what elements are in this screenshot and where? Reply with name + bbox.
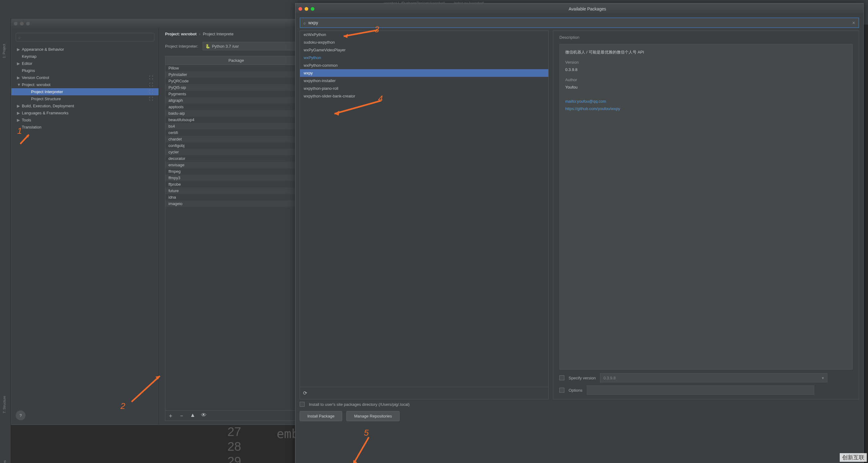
install-package-button[interactable]: Install Package (300, 411, 342, 421)
search-result-wxpython-piano-roll[interactable]: wxpython-piano-roll (300, 85, 548, 92)
description-label: Description (559, 35, 852, 40)
ide-left-gutter: 1: Project 7: Structure 2: Favorites (0, 19, 11, 463)
remove-package-button[interactable]: － (179, 412, 184, 419)
package-summary: 微信机器人 / 可能是最优雅的微信个人号 API (565, 49, 847, 56)
settings-tree-editor[interactable]: ▶Editor (11, 60, 159, 67)
search-icon: ⌕ (303, 21, 306, 25)
package-row[interactable]: envisage (165, 162, 307, 168)
options-input[interactable] (587, 385, 814, 395)
settings-tree-languages-frameworks[interactable]: ▶Languages & Frameworks (11, 110, 159, 117)
sidebar-tab-project[interactable]: 1: Project (2, 44, 6, 58)
settings-tree-project-interpreter[interactable]: Project Interpreter⛶ (11, 88, 159, 95)
specify-version-label: Specify version (569, 376, 596, 380)
package-row[interactable]: beautifulsoup4 (165, 117, 307, 123)
settings-tree-translation[interactable]: Translation (11, 124, 159, 131)
manage-repositories-button[interactable]: Manage Repositories (346, 411, 400, 421)
config-scope-icon: ⛶ (149, 89, 153, 94)
config-scope-icon: ⛶ (149, 75, 153, 80)
search-result-wxpy[interactable]: wxpy (300, 69, 548, 77)
package-row[interactable]: ffmpeg (165, 168, 307, 175)
breadcrumb: Project: wxrobot›Project Interprete (165, 32, 307, 36)
package-row[interactable]: altgraph (165, 97, 307, 103)
available-packages-dialog: Available Packages ⌕ ✕ ezWxPythonsudoku-… (295, 3, 864, 463)
package-row[interactable]: PyQt5-sip (165, 84, 307, 91)
homepage-link[interactable]: https://github.com/youfou/wxpy (565, 105, 847, 112)
package-row[interactable]: Pygments (165, 91, 307, 97)
search-result-wxpython[interactable]: wxPython (300, 54, 548, 61)
options-label: Options (569, 388, 583, 393)
settings-titlebar (11, 19, 313, 28)
search-result-sudoku-wxpython[interactable]: sudoku-wxpython (300, 38, 548, 46)
package-row[interactable]: baidu-aip (165, 110, 307, 117)
upgrade-package-button[interactable]: ▲ (190, 412, 195, 419)
package-description-panel: Description 微信机器人 / 可能是最优雅的微信个人号 API Ver… (553, 30, 859, 399)
package-column-header[interactable]: Package (165, 56, 307, 65)
package-row[interactable]: configobj (165, 142, 307, 149)
package-row[interactable]: PyQRCode (165, 78, 307, 84)
sidebar-tab-structure[interactable]: 7: Structure (2, 396, 6, 413)
description-body: 微信机器人 / 可能是最优雅的微信个人号 API Version 0.3.9.8… (559, 44, 852, 370)
traffic-lights[interactable] (299, 7, 314, 11)
settings-tree-build-execution-deployment[interactable]: ▶Build, Execution, Deployment (11, 102, 159, 110)
search-icon: ⌕ (19, 35, 21, 40)
package-row[interactable]: PyInstaller (165, 71, 307, 78)
package-row[interactable]: apptools (165, 103, 307, 110)
mailto-link[interactable]: mailto:youfou@qq.com (565, 98, 847, 105)
package-row[interactable]: future (165, 188, 307, 194)
package-row[interactable]: decorator (165, 155, 307, 162)
add-package-button[interactable]: ＋ (168, 412, 173, 419)
package-toolbar: ＋ － ▲ 👁 (165, 410, 307, 421)
settings-tree-tools[interactable]: ▶Tools (11, 117, 159, 124)
settings-dialog: ⌕ ▶Appearance & BehaviorKeymap▶EditorPlu… (11, 19, 314, 425)
package-search-input[interactable]: ⌕ ✕ (300, 18, 859, 28)
search-results-list: ezWxPythonsudoku-wxpythonwxPyGameVideoPl… (300, 30, 549, 399)
clear-search-icon[interactable]: ✕ (852, 21, 856, 25)
search-result-wxpygamevideoplayer[interactable]: wxPyGameVideoPlayer (300, 46, 548, 54)
refresh-icon[interactable]: ⟳ (303, 391, 307, 396)
traffic-lights[interactable] (14, 22, 30, 26)
settings-tree-version-control[interactable]: ▶Version Control⛶ (11, 74, 159, 81)
sidebar-tab-favorites[interactable]: 2: Favorites (3, 460, 6, 463)
python-icon: 🐍 (205, 44, 210, 49)
package-row[interactable]: ffprobe (165, 181, 307, 188)
packages-titlebar: Available Packages (296, 3, 863, 14)
package-table: Package PillowPyInstallerPyQRCodePyQt5-s… (165, 56, 307, 421)
settings-main-panel: Project: wxrobot›Project Interprete Proj… (159, 28, 313, 425)
package-row[interactable]: cycler (165, 149, 307, 155)
package-row[interactable]: idna (165, 194, 307, 200)
settings-search-input[interactable]: ⌕ (16, 33, 154, 41)
search-result-wxpython-installer[interactable]: wxpython-installer (300, 77, 548, 85)
package-row[interactable]: chardet (165, 136, 307, 142)
settings-sidebar: ⌕ ▶Appearance & BehaviorKeymap▶EditorPlu… (11, 28, 159, 425)
settings-tree-appearance-behavior[interactable]: ▶Appearance & Behavior (11, 46, 159, 53)
specify-version-checkbox[interactable] (559, 375, 564, 380)
author-label: Author (565, 76, 847, 83)
search-result-ezwxpython[interactable]: ezWxPython (300, 31, 548, 38)
version-select[interactable]: 0.3.9.8 ▾ (600, 373, 828, 382)
config-scope-icon: ⛶ (149, 96, 153, 101)
settings-tree-keymap[interactable]: Keymap (11, 53, 159, 60)
show-early-releases-button[interactable]: 👁 (201, 412, 207, 419)
settings-tree-plugins[interactable]: Plugins (11, 67, 159, 74)
chevron-down-icon: ▾ (822, 376, 824, 380)
package-row[interactable]: certifi (165, 129, 307, 136)
user-site-label: Install to user's site packages director… (309, 402, 410, 407)
options-checkbox[interactable] (559, 388, 564, 393)
user-site-checkbox[interactable] (300, 402, 305, 407)
version-label: Version (565, 59, 847, 66)
package-row[interactable]: bs4 (165, 123, 307, 129)
editor-line-numbers: 27 28 29 (227, 424, 241, 463)
interpreter-label: Project Interpreter: (165, 44, 198, 49)
config-scope-icon: ⛶ (149, 83, 153, 87)
package-row[interactable]: ffmpy3 (165, 175, 307, 181)
package-row[interactable]: Pillow (165, 65, 307, 71)
interpreter-select[interactable]: 🐍 Python 3.7 /usr (203, 42, 307, 51)
watermark: 创新互联 (840, 453, 867, 462)
package-author: Youfou (565, 84, 847, 91)
settings-tree-project-structure[interactable]: Project Structure⛶ (11, 95, 159, 102)
settings-tree-project-wxrobot[interactable]: ▼Project: wxrobot⛶ (11, 81, 159, 88)
search-result-wxpython-common[interactable]: wxPython-common (300, 61, 548, 69)
package-row[interactable]: imageio (165, 200, 307, 207)
svg-marker-2 (344, 34, 348, 38)
help-button[interactable]: ? (16, 410, 26, 420)
